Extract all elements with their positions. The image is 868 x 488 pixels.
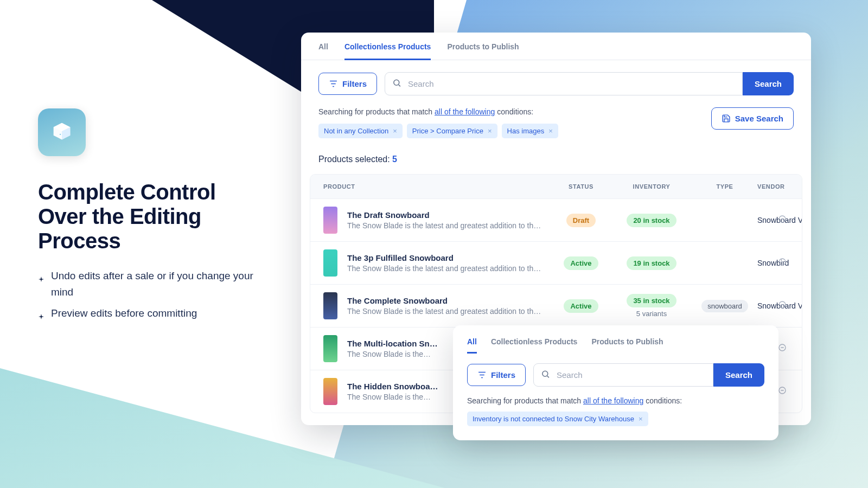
table-row[interactable]: The Draft SnowboardThe Snow Blade is the… <box>310 198 802 241</box>
product-desc: The Snow Blade is the latest and greates… <box>347 264 542 273</box>
row-remove-icon[interactable] <box>778 343 787 354</box>
status-badge: Draft <box>566 214 596 227</box>
bullet-item: Undo edits after a sale or if you change… <box>38 268 255 300</box>
product-thumbnail <box>323 335 337 362</box>
row-remove-icon[interactable] <box>778 386 787 397</box>
app-icon <box>38 108 86 156</box>
search-icon <box>392 78 401 89</box>
stock-badge: 20 in stock <box>627 214 676 227</box>
filters-label: Filters <box>342 79 367 88</box>
status-badge: Active <box>564 299 598 313</box>
search-button[interactable]: Search <box>743 72 794 95</box>
product-thumbnail <box>323 207 337 234</box>
search-button[interactable]: Search <box>713 363 764 387</box>
col-inventory: INVENTORY <box>611 183 692 190</box>
condition-link[interactable]: all of the following <box>435 107 495 116</box>
sparkle-icon <box>38 309 44 324</box>
condition-link[interactable]: all of the following <box>583 396 643 405</box>
filter-chip[interactable]: Price > Compare Price× <box>407 124 497 138</box>
product-thumbnail <box>323 249 337 277</box>
filter-icon <box>329 79 338 88</box>
condition-sentence: Searching for products that match all of… <box>467 396 764 405</box>
main-chips: Not in any Collection×Price > Compare Pr… <box>318 124 700 138</box>
stock-badge: 35 in stock <box>627 294 676 307</box>
sparkle-icon <box>38 271 44 300</box>
filter-icon <box>477 370 487 380</box>
status-badge: Active <box>564 256 598 270</box>
table-row[interactable]: The Complete SnowboardThe Snow Blade is … <box>310 284 802 327</box>
overlay-toolbar: Filters Search <box>467 354 764 387</box>
overlay-tabs: AllCollectionless ProductsProducts to Pu… <box>467 337 764 354</box>
filter-chip[interactable]: Has images× <box>502 124 558 138</box>
filters-button[interactable]: Filters <box>467 364 526 386</box>
tab-all[interactable]: All <box>318 42 328 60</box>
chip-remove-icon[interactable]: × <box>488 127 492 135</box>
bullet-list: Undo edits after a sale or if you change… <box>38 268 255 324</box>
product-name: The Draft Snowboard <box>347 210 551 220</box>
row-remove-icon[interactable] <box>778 215 787 226</box>
table-row[interactable]: The 3p Fulfilled SnowboardThe Snow Blade… <box>310 241 802 284</box>
svg-point-7 <box>542 371 548 376</box>
svg-point-1 <box>394 80 399 85</box>
tab-all[interactable]: All <box>467 337 477 354</box>
filter-chip[interactable]: Inventory is not connected to Snow City … <box>467 412 648 426</box>
tab-products-to-publish[interactable]: Products to Publish <box>591 337 663 354</box>
col-type: TYPE <box>692 183 757 190</box>
row-remove-icon[interactable] <box>778 258 787 268</box>
product-thumbnail <box>323 292 337 319</box>
product-desc: The Snow Blade is the latest and greates… <box>347 307 542 316</box>
table-header: PRODUCTSTATUSINVENTORYTYPEVENDOR <box>310 175 802 198</box>
col-status: STATUS <box>551 183 611 190</box>
main-tabs: AllCollectionless ProductsProducts to Pu… <box>301 33 811 60</box>
col-product: PRODUCT <box>323 183 551 190</box>
product-name: The Complete Snowboard <box>347 296 551 305</box>
save-icon <box>722 114 731 123</box>
condition-sentence: Searching for products that match all of… <box>318 107 700 116</box>
col-vendor: VENDOR <box>757 183 802 190</box>
product-thumbnail <box>323 378 337 405</box>
save-search-button[interactable]: Save Search <box>711 107 794 130</box>
tab-collectionless-products[interactable]: Collectionless Products <box>491 337 577 354</box>
tab-collectionless-products[interactable]: Collectionless Products <box>344 42 431 60</box>
marketing-panel: Complete Control Over the Editing Proces… <box>38 108 255 330</box>
search-input[interactable] <box>533 363 713 387</box>
selected-count-line: Products selected: 5 <box>301 138 811 171</box>
filter-chip[interactable]: Not in any Collection× <box>318 124 403 138</box>
bullet-item: Preview edits before committing <box>38 305 255 324</box>
svg-point-0 <box>60 134 61 135</box>
overlay-card: AllCollectionless ProductsProducts to Pu… <box>453 325 778 440</box>
overlay-chips: Inventory is not connected to Snow City … <box>467 412 764 426</box>
filters-button[interactable]: Filters <box>318 73 377 95</box>
chip-remove-icon[interactable]: × <box>639 415 643 423</box>
product-desc: The Snow Blade is the latest and greates… <box>347 221 542 230</box>
search-input[interactable] <box>385 72 743 95</box>
product-name: The 3p Fulfilled Snowboard <box>347 253 551 262</box>
stock-badge: 19 in stock <box>627 256 676 270</box>
variant-count: 5 variants <box>611 310 692 318</box>
type-pill: snowboard <box>701 300 748 312</box>
row-remove-icon[interactable] <box>778 300 787 311</box>
headline: Complete Control Over the Editing Proces… <box>38 180 255 253</box>
chip-remove-icon[interactable]: × <box>393 127 397 135</box>
chip-remove-icon[interactable]: × <box>548 127 553 135</box>
tab-products-to-publish[interactable]: Products to Publish <box>447 42 519 60</box>
main-toolbar: Filters Search <box>301 60 811 95</box>
search-icon <box>541 369 550 381</box>
